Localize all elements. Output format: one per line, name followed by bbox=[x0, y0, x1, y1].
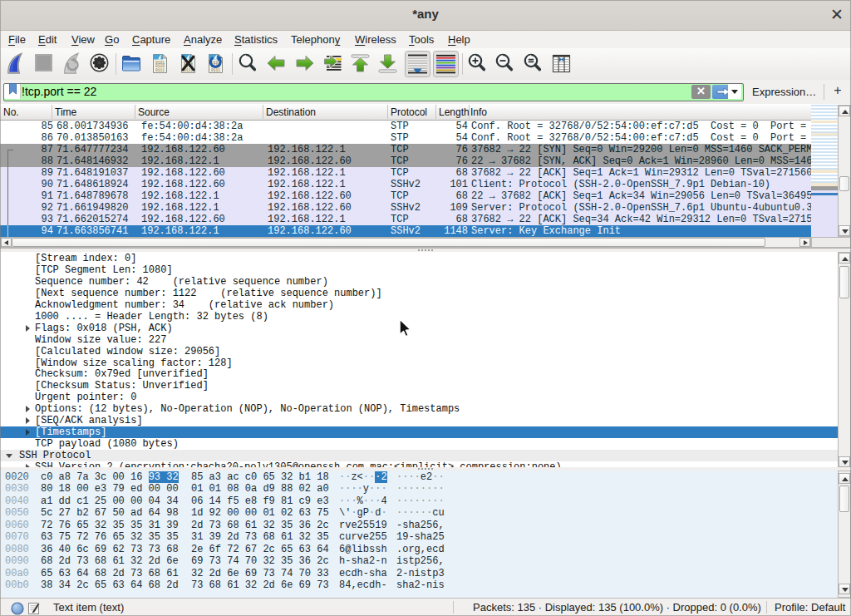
svg-text:0111: 0111 bbox=[155, 68, 165, 72]
svg-text:0111: 0111 bbox=[211, 68, 220, 72]
